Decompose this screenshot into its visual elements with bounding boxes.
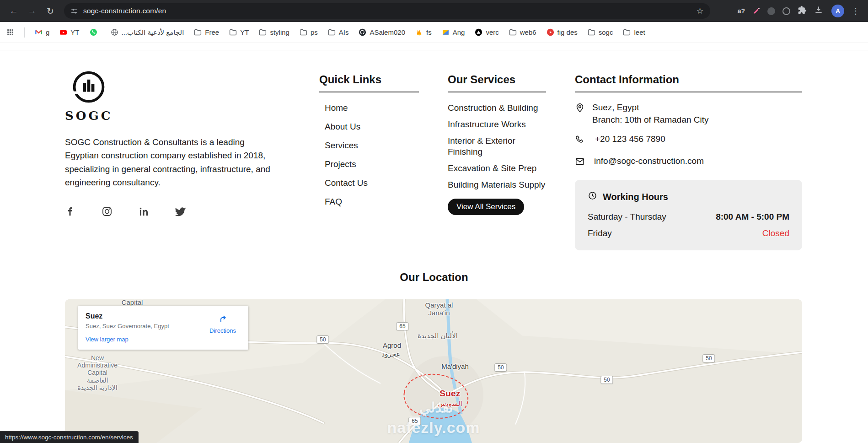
working-hours-title: Working Hours [603, 192, 668, 202]
map-card-title: Suez [86, 312, 203, 320]
hours-row: Saturday - Thursday 8:00 AM - 5:00 PM [588, 212, 789, 222]
route-shield: 65 [396, 322, 408, 330]
extension-icons: a? [738, 5, 823, 16]
link-projects[interactable]: Projects [319, 159, 419, 170]
map-label-suez: Suez [439, 389, 461, 399]
bookmark-label: web6 [520, 28, 536, 36]
browser-menu-icon[interactable]: ⋮ [849, 6, 863, 16]
service-item[interactable]: Interior & Exterior Finishing [448, 135, 551, 157]
apps-grid-icon[interactable] [6, 28, 14, 36]
address-bar[interactable]: sogc-construction.com/en ☆ [64, 3, 710, 19]
bookmark-item-figdes[interactable]: fig des [547, 28, 578, 36]
extensions-puzzle-icon[interactable] [798, 5, 807, 16]
bookmark-folder-ps[interactable]: ps [300, 28, 318, 36]
bookmark-folder-sogc[interactable]: sogc [588, 28, 613, 36]
bookmark-label: ps [311, 28, 318, 36]
email-row[interactable]: info@sogc-construction.com [575, 156, 802, 169]
link-faq[interactable]: FAQ [319, 196, 419, 207]
linkedin-icon[interactable] [138, 206, 149, 219]
bookmark-item-gmail[interactable]: g [35, 28, 49, 36]
logo-text: SOGC [65, 109, 113, 123]
directions-icon [217, 313, 228, 324]
working-hours-card: Working Hours Saturday - Thursday 8:00 A… [575, 180, 802, 250]
view-all-services-button[interactable]: View All Services [448, 199, 524, 215]
folder-icon [588, 28, 595, 36]
bookmark-folder-web6[interactable]: web6 [509, 28, 536, 36]
directions-button[interactable]: Directions [203, 312, 243, 343]
service-item[interactable]: Building Materials Supply [448, 179, 551, 190]
extension-ring-icon[interactable] [782, 7, 790, 15]
phone-number[interactable]: +20 123 456 7890 [592, 134, 665, 144]
google-map-embed[interactable]: Capital Qaryat al Jana'in الألبان الجديد… [65, 299, 802, 443]
extension-a-icon[interactable]: a? [738, 7, 745, 15]
facebook-icon[interactable] [65, 206, 76, 219]
map-label-agrod: Agrod [383, 341, 401, 349]
bookmark-folder-leet[interactable]: leet [623, 28, 645, 36]
browser-window: ← → ↻ sogc-construction.com/en ☆ a? [0, 0, 868, 443]
profile-avatar[interactable]: A [831, 5, 844, 17]
bookmark-item-github[interactable]: ASalem020 [359, 28, 405, 36]
bookmark-folder-yt[interactable]: YT [229, 28, 249, 36]
map-label-madiyah: Ma'diyah [441, 362, 469, 370]
bookmark-label: styling [270, 28, 289, 36]
bookmark-item-whatsapp[interactable] [90, 28, 101, 36]
downloads-icon[interactable] [814, 5, 823, 16]
bookmark-label: sogc [599, 28, 613, 36]
youtube-icon [59, 28, 67, 36]
bookmark-folder-ais[interactable]: AIs [328, 28, 349, 36]
bookmark-item-fs[interactable]: fs [415, 28, 432, 36]
bookmark-label: fig des [557, 28, 578, 36]
route-shield: 50 [600, 376, 613, 384]
bookmark-star-icon[interactable]: ☆ [697, 6, 704, 16]
bookmark-item-ang[interactable]: Ang [442, 28, 465, 36]
site-settings-icon[interactable] [70, 7, 78, 15]
view-larger-map-link[interactable]: View larger map [86, 336, 129, 343]
extension-circle-icon[interactable] [767, 7, 775, 15]
link-home[interactable]: Home [319, 103, 419, 113]
gmail-icon [35, 28, 43, 36]
bookmarks-divider [24, 27, 25, 38]
bookmark-folder-styling[interactable]: styling [259, 28, 289, 36]
map-card-subtitle: Suez, Suez Governorate, Egypt [86, 323, 203, 330]
browser-toolbar: ← → ↻ sogc-construction.com/en ☆ a? [0, 0, 868, 22]
back-icon[interactable]: ← [5, 3, 22, 19]
footer-divider [0, 50, 868, 50]
service-item[interactable]: Excavation & Site Prep [448, 163, 551, 174]
link-contact[interactable]: Contact Us [319, 178, 419, 189]
map-label-nac: Administrative [77, 362, 118, 369]
forward-icon[interactable]: → [24, 3, 40, 19]
bookmark-label: Free [205, 28, 219, 36]
twitter-icon[interactable] [175, 206, 186, 219]
address-text: Suez, Egypt Branch: 10th of Ramadan City [592, 103, 709, 125]
footer-about-column: SOGC SOGC Construction & Consultants is … [65, 69, 280, 219]
whatsapp-icon [90, 28, 97, 36]
social-links [65, 206, 280, 219]
email-address[interactable]: info@sogc-construction.com [592, 156, 704, 166]
bookmark-item-arabic[interactable]: الجامع لأدعية الكتاب... [111, 28, 184, 37]
bookmark-item-vercel[interactable]: verc [475, 28, 498, 36]
phone-icon [575, 134, 585, 147]
instagram-icon[interactable] [102, 206, 113, 219]
vercel-icon [475, 28, 482, 36]
link-about[interactable]: About Us [319, 121, 419, 132]
closed-badge: Closed [762, 228, 789, 238]
bookmark-label: YT [70, 28, 79, 36]
service-item[interactable]: Infrastructure Works [448, 119, 551, 130]
location-section-title: Our Location [0, 271, 868, 284]
github-icon [359, 28, 366, 36]
watermark-text: nafezly.com [387, 419, 480, 437]
bookmark-item-youtube[interactable]: YT [59, 28, 79, 36]
folder-icon [229, 28, 237, 36]
company-logo[interactable]: SOGC [65, 69, 113, 123]
contact-title: Contact Information [575, 73, 802, 92]
hours-time: 8:00 AM - 5:00 PM [716, 212, 789, 222]
phone-row[interactable]: +20 123 456 7890 [575, 134, 802, 147]
page-content: SOGC SOGC Construction & Consultants is … [0, 43, 868, 443]
pen-extension-icon[interactable] [752, 7, 760, 15]
bookmark-label: الجامع لأدعية الكتاب... [122, 28, 184, 37]
hours-row: Friday Closed [588, 228, 789, 238]
bookmark-folder-free[interactable]: Free [194, 28, 219, 36]
service-item[interactable]: Construction & Building [448, 103, 551, 113]
reload-icon[interactable]: ↻ [42, 3, 59, 19]
link-services[interactable]: Services [319, 140, 419, 151]
